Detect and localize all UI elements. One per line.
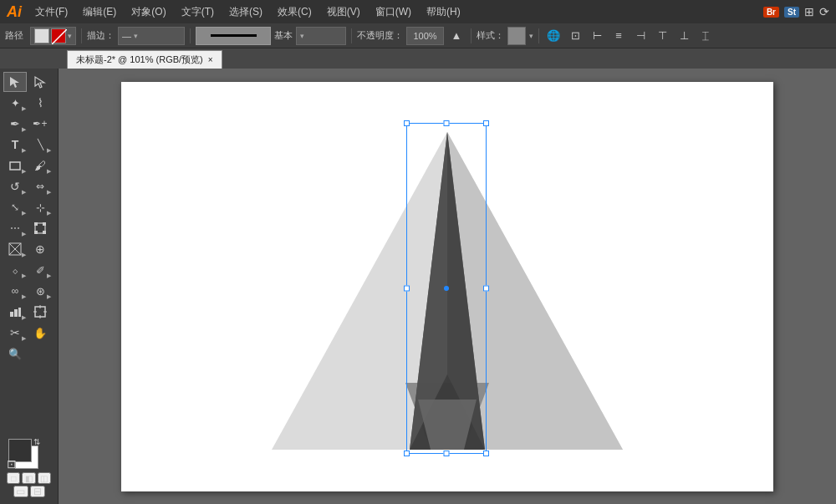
menu-type[interactable]: 文字(T) bbox=[176, 3, 219, 21]
align-top-icon[interactable]: ⊤ bbox=[653, 27, 671, 45]
scale-arrow: ▶ bbox=[22, 210, 26, 216]
menu-file[interactable]: 文件(F) bbox=[30, 3, 73, 21]
perspective-tool[interactable]: ▶ bbox=[3, 239, 27, 259]
svg-rect-7 bbox=[34, 231, 38, 234]
type-arrow: ▶ bbox=[22, 147, 26, 154]
paint-bucket-tool[interactable]: ⬦ ▶ bbox=[3, 260, 27, 280]
main-toolbar: 路径 ▾ 描边： — ▾ 基本 ▾ 不透明度： ▲ 样式： ▾ 🌐 ⊡ ⊢ ≡ … bbox=[0, 23, 836, 48]
tool-row-3: ✒ ▶ ✒+ bbox=[3, 114, 54, 134]
direct-select-tool[interactable] bbox=[28, 72, 52, 92]
align-right-icon[interactable]: ⊣ bbox=[631, 27, 650, 45]
document-tab[interactable]: 未标题-2* @ 101% (RGB/预览) × bbox=[67, 50, 222, 69]
rotate-tool[interactable]: ↺ ▶ bbox=[3, 176, 27, 196]
tool-row-13: ✂ ▶ ✋ bbox=[3, 323, 54, 343]
color-swatches: ⊡ ⇅ □ ◧ ◫ ▭ ⊟ bbox=[3, 434, 54, 501]
style-chevron[interactable]: ▾ bbox=[529, 32, 533, 40]
shape-builder-tool[interactable]: ⊕ bbox=[28, 239, 52, 259]
stroke-color-swatch[interactable] bbox=[51, 28, 66, 43]
artboard-icon[interactable]: ⊡ bbox=[566, 27, 584, 45]
menu-object[interactable]: 对象(O) bbox=[126, 3, 171, 21]
sync-icon[interactable]: ⟳ bbox=[819, 5, 829, 18]
reflect-tool[interactable]: ⇔ ▶ bbox=[28, 176, 52, 196]
main-area: ✦ ▶ ⌇ ✒ ▶ ✒+ T ▶ ╲ ▶ bbox=[0, 69, 836, 504]
menu-effect[interactable]: 效果(C) bbox=[273, 3, 317, 21]
blend-tool[interactable]: ∞ ▶ bbox=[3, 281, 27, 301]
free-transform-tool[interactable] bbox=[28, 218, 52, 238]
align-left-icon[interactable]: ⊢ bbox=[588, 27, 606, 45]
menu-select[interactable]: 选择(S) bbox=[224, 3, 268, 21]
svg-marker-1 bbox=[10, 77, 19, 88]
hand-icon: ✋ bbox=[33, 327, 47, 339]
menu-window[interactable]: 窗口(W) bbox=[370, 3, 416, 21]
artboard bbox=[121, 82, 773, 491]
rotate-arrow: ▶ bbox=[22, 189, 26, 196]
eyedropper-arrow: ▶ bbox=[47, 272, 51, 279]
slice-tool[interactable]: ✂ ▶ bbox=[3, 323, 27, 343]
perspective-icon bbox=[8, 242, 22, 256]
warp-arrow: ▶ bbox=[22, 231, 26, 237]
reshape-icon: ⊹ bbox=[36, 201, 45, 214]
artboard-tool[interactable] bbox=[28, 302, 52, 322]
scale-icon: ⤡ bbox=[11, 201, 19, 213]
fill-stroke-chevron[interactable]: ▾ bbox=[68, 32, 72, 40]
inside-mode-btn[interactable]: ◫ bbox=[38, 472, 51, 484]
reset-colors-icon[interactable]: ⊡ bbox=[7, 457, 17, 471]
symbol-arrow: ▶ bbox=[47, 293, 51, 300]
column-graph-tool[interactable]: ▶ bbox=[3, 302, 27, 322]
behind-mode-btn[interactable]: ◧ bbox=[22, 472, 35, 484]
align-middle-v-icon[interactable]: ⊥ bbox=[675, 27, 693, 45]
menu-edit[interactable]: 编辑(E) bbox=[78, 3, 121, 21]
pen-tool[interactable]: ✒ ▶ bbox=[3, 114, 27, 134]
rotate-icon: ↺ bbox=[10, 180, 20, 193]
free-transform-icon bbox=[33, 221, 47, 235]
full-screen-mode-btn[interactable]: ⊟ bbox=[30, 486, 45, 497]
zoom-tool[interactable]: 🔍 bbox=[3, 344, 27, 364]
rectangle-tool[interactable]: ▶ bbox=[3, 155, 27, 176]
line-label: 基本 bbox=[274, 29, 293, 42]
globe-icon[interactable]: 🌐 bbox=[544, 27, 563, 45]
layout-icon[interactable]: ⊞ bbox=[804, 5, 814, 18]
hand-tool[interactable]: ✋ bbox=[28, 323, 52, 343]
add-anchor-icon: ✒+ bbox=[33, 118, 47, 130]
tool-row-6: ↺ ▶ ⇔ ▶ bbox=[3, 176, 54, 196]
select-icon bbox=[8, 75, 22, 89]
swap-colors-icon[interactable]: ⇅ bbox=[33, 437, 40, 446]
align-bottom-icon[interactable]: ⌶ bbox=[696, 27, 715, 45]
scale-tool[interactable]: ⤡ ▶ bbox=[3, 197, 27, 217]
warp-tool[interactable]: ⋯ ▶ bbox=[3, 218, 27, 238]
fill-swatch-selector[interactable]: ▾ bbox=[30, 27, 76, 45]
symbol-tool[interactable]: ⊛ ▶ bbox=[28, 281, 52, 301]
screen-mode-row: ▭ ⊟ bbox=[7, 486, 51, 497]
magic-wand-tool[interactable]: ✦ ▶ bbox=[3, 93, 27, 113]
reshape-tool[interactable]: ⊹ ▶ bbox=[28, 197, 52, 217]
opacity-input[interactable] bbox=[406, 27, 444, 45]
menu-help[interactable]: 帮助(H) bbox=[421, 3, 466, 21]
fill-color-swatch[interactable] bbox=[34, 28, 49, 43]
lasso-tool[interactable]: ⌇ bbox=[28, 93, 52, 113]
select-tool[interactable] bbox=[3, 72, 27, 92]
add-anchor-tool[interactable]: ✒+ bbox=[28, 114, 52, 134]
style-label: 样式： bbox=[477, 29, 504, 42]
svg-marker-2 bbox=[35, 77, 44, 88]
drawing-mode-row: □ ◧ ◫ bbox=[7, 472, 51, 484]
type-tool[interactable]: T ▶ bbox=[3, 135, 27, 155]
tool-row-2: ✦ ▶ ⌇ bbox=[3, 93, 54, 113]
stroke-style-dropdown[interactable]: ▾ bbox=[296, 27, 346, 45]
opacity-up-btn[interactable]: ▲ bbox=[447, 27, 466, 45]
eyedropper-tool[interactable]: ✐ ▶ bbox=[28, 260, 52, 280]
stroke-weight-dropdown[interactable]: — ▾ bbox=[118, 27, 185, 45]
paintbrush-tool[interactable]: 🖌 ▶ bbox=[28, 155, 52, 176]
tool-row-10: ⬦ ▶ ✐ ▶ bbox=[3, 260, 54, 280]
toolbar-sep-5 bbox=[538, 28, 539, 43]
svg-rect-12 bbox=[10, 312, 13, 317]
align-center-h-icon[interactable]: ≡ bbox=[609, 27, 628, 45]
menu-view[interactable]: 视图(V) bbox=[322, 3, 365, 21]
style-swatch[interactable] bbox=[507, 27, 526, 45]
svg-line-0 bbox=[52, 29, 67, 44]
screen-mode-btn[interactable]: ▭ bbox=[13, 486, 28, 497]
line-segment-tool[interactable]: ╲ ▶ bbox=[28, 135, 52, 155]
normal-mode-btn[interactable]: □ bbox=[7, 472, 20, 484]
svg-rect-8 bbox=[43, 231, 46, 234]
shape-builder-icon: ⊕ bbox=[35, 242, 45, 256]
tab-close-btn[interactable]: × bbox=[208, 55, 213, 64]
